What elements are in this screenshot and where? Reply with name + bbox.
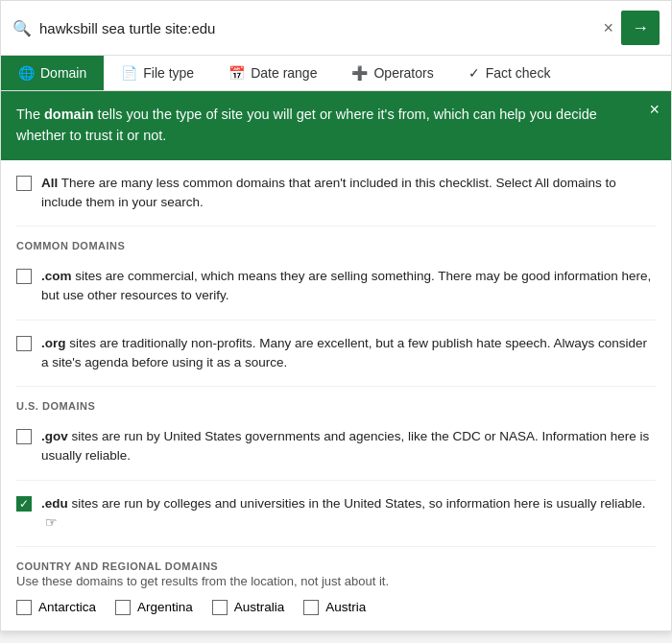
- search-input[interactable]: [39, 20, 595, 36]
- tab-filetype[interactable]: 📄 File type: [104, 56, 211, 90]
- daterange-tab-icon: 📅: [228, 65, 245, 81]
- gov-checkbox[interactable]: [16, 429, 32, 444]
- edu-row: .edu sites are run by colleges and unive…: [16, 481, 656, 548]
- search-icon: 🔍: [12, 19, 32, 37]
- all-description: There are many less common domains that …: [41, 176, 616, 209]
- tab-domain[interactable]: 🌐 Domain: [1, 56, 104, 90]
- austria-checkbox[interactable]: [303, 600, 319, 615]
- australia-label: Australia: [234, 600, 285, 614]
- country-grid: Antarctica Argentina Australia Austria: [16, 598, 656, 631]
- search-bar: 🔍 × →: [1, 1, 671, 56]
- gov-key: .gov: [41, 429, 68, 443]
- all-option-text: All There are many less common domains t…: [41, 174, 656, 213]
- com-row: .com sites are commercial, which means t…: [16, 253, 656, 321]
- factcheck-tab-icon: ✓: [468, 65, 480, 81]
- cursor-icon: ☞: [45, 513, 58, 533]
- country-section: COUNTRY AND REGIONAL DOMAINS Use these d…: [16, 547, 656, 631]
- tab-operators-label: Operators: [373, 65, 433, 81]
- edu-checkbox[interactable]: [16, 496, 32, 512]
- antarctica-item: Antarctica: [16, 598, 96, 615]
- banner-text-before: The: [16, 107, 44, 122]
- tab-factcheck-label: Fact check: [486, 65, 551, 81]
- australia-checkbox[interactable]: [212, 600, 228, 615]
- us-domains-header: U.S. DOMAINS: [16, 387, 656, 414]
- country-domains-header: COUNTRY AND REGIONAL DOMAINS: [16, 547, 656, 574]
- org-row: .org sites are traditionally non-profits…: [16, 321, 656, 388]
- com-text: .com sites are commercial, which means t…: [41, 267, 656, 306]
- tab-daterange-label: Date range: [251, 65, 317, 81]
- org-checkbox[interactable]: [16, 336, 32, 351]
- tabs-bar: 🌐 Domain 📄 File type 📅 Date range ➕ Oper…: [1, 56, 671, 91]
- domain-options-panel: All There are many less common domains t…: [1, 160, 671, 631]
- main-container: 🔍 × → 🌐 Domain 📄 File type 📅 Date range …: [0, 0, 672, 631]
- banner-close-button[interactable]: ×: [649, 101, 660, 118]
- clear-button[interactable]: ×: [603, 19, 613, 36]
- edu-text: .edu sites are run by colleges and unive…: [41, 494, 656, 534]
- argentina-checkbox[interactable]: [115, 600, 131, 615]
- com-checkbox[interactable]: [16, 269, 32, 284]
- filetype-tab-icon: 📄: [121, 65, 137, 81]
- argentina-label: Argentina: [137, 600, 193, 614]
- australia-item: Australia: [212, 598, 285, 615]
- austria-item: Austria: [303, 598, 366, 615]
- common-domains-header: COMMON DOMAINS: [16, 226, 656, 253]
- org-text: .org sites are traditionally non-profits…: [41, 334, 656, 373]
- banner-text-after: tells you the type of site you will get …: [16, 107, 597, 143]
- all-option-row: All There are many less common domains t…: [16, 160, 656, 227]
- antarctica-checkbox[interactable]: [16, 600, 32, 615]
- austria-label: Austria: [325, 600, 366, 614]
- edu-description: sites are run by colleges and universiti…: [68, 496, 646, 511]
- org-description: sites are traditionally non-profits. Man…: [41, 336, 647, 369]
- gov-text: .gov sites are run by United States gove…: [41, 427, 656, 466]
- tab-domain-label: Domain: [40, 65, 86, 81]
- all-checkbox[interactable]: [16, 176, 32, 191]
- edu-key: .edu: [41, 496, 68, 511]
- argentina-item: Argentina: [115, 598, 193, 615]
- gov-row: .gov sites are run by United States gove…: [16, 414, 656, 481]
- antarctica-label: Antarctica: [38, 600, 96, 614]
- banner-bold-word: domain: [44, 107, 94, 122]
- org-key: .org: [41, 336, 66, 350]
- info-banner: The domain tells you the type of site yo…: [1, 91, 671, 160]
- search-go-button[interactable]: →: [621, 11, 660, 45]
- tab-factcheck[interactable]: ✓ Fact check: [451, 56, 568, 90]
- country-domains-desc: Use these domains to get results from th…: [16, 574, 656, 588]
- com-description: sites are commercial, which means they a…: [41, 269, 651, 302]
- gov-description: sites are run by United States governmen…: [41, 429, 649, 463]
- domain-tab-icon: 🌐: [18, 65, 35, 81]
- operators-tab-icon: ➕: [351, 65, 368, 81]
- tab-daterange[interactable]: 📅 Date range: [211, 56, 334, 90]
- com-key: .com: [41, 269, 72, 283]
- tab-operators[interactable]: ➕ Operators: [334, 56, 450, 90]
- all-key: All: [41, 176, 58, 190]
- tab-filetype-label: File type: [143, 65, 194, 81]
